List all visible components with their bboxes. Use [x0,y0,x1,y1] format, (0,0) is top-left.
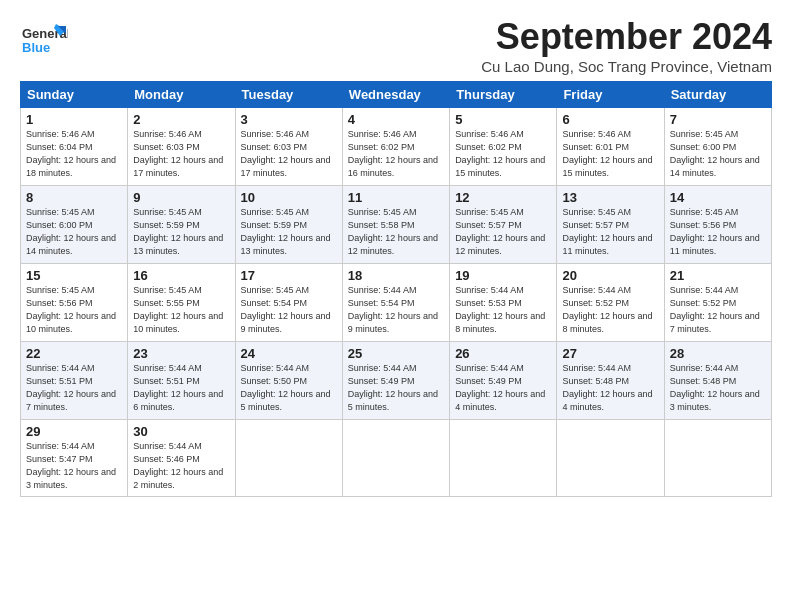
day-info: Sunrise: 5:44 AM Sunset: 5:49 PM Dayligh… [455,362,551,414]
day-info: Sunrise: 5:44 AM Sunset: 5:52 PM Dayligh… [670,284,766,336]
table-row: 12Sunrise: 5:45 AM Sunset: 5:57 PM Dayli… [450,186,557,264]
day-number: 9 [133,190,229,205]
day-number: 16 [133,268,229,283]
day-info: Sunrise: 5:46 AM Sunset: 6:04 PM Dayligh… [26,128,122,180]
day-number: 20 [562,268,658,283]
day-number: 22 [26,346,122,361]
table-row: 14Sunrise: 5:45 AM Sunset: 5:56 PM Dayli… [664,186,771,264]
table-row [664,420,771,497]
day-number: 30 [133,424,229,439]
day-info: Sunrise: 5:44 AM Sunset: 5:52 PM Dayligh… [562,284,658,336]
day-info: Sunrise: 5:45 AM Sunset: 6:00 PM Dayligh… [26,206,122,258]
header-wednesday: Wednesday [342,82,449,108]
day-number: 23 [133,346,229,361]
day-info: Sunrise: 5:45 AM Sunset: 5:59 PM Dayligh… [133,206,229,258]
day-number: 3 [241,112,337,127]
calendar-table: Sunday Monday Tuesday Wednesday Thursday… [20,81,772,497]
table-row: 18Sunrise: 5:44 AM Sunset: 5:54 PM Dayli… [342,264,449,342]
table-row: 9Sunrise: 5:45 AM Sunset: 5:59 PM Daylig… [128,186,235,264]
table-row: 11Sunrise: 5:45 AM Sunset: 5:58 PM Dayli… [342,186,449,264]
table-row [450,420,557,497]
table-row: 7Sunrise: 5:45 AM Sunset: 6:00 PM Daylig… [664,108,771,186]
month-title: September 2024 [481,16,772,58]
day-info: Sunrise: 5:45 AM Sunset: 5:58 PM Dayligh… [348,206,444,258]
day-number: 24 [241,346,337,361]
table-row: 29Sunrise: 5:44 AM Sunset: 5:47 PM Dayli… [21,420,128,497]
logo-icon: General Blue [20,16,68,64]
day-number: 29 [26,424,122,439]
day-number: 1 [26,112,122,127]
table-row: 3Sunrise: 5:46 AM Sunset: 6:03 PM Daylig… [235,108,342,186]
table-row: 6Sunrise: 5:46 AM Sunset: 6:01 PM Daylig… [557,108,664,186]
day-info: Sunrise: 5:46 AM Sunset: 6:03 PM Dayligh… [133,128,229,180]
day-info: Sunrise: 5:45 AM Sunset: 5:54 PM Dayligh… [241,284,337,336]
day-info: Sunrise: 5:46 AM Sunset: 6:03 PM Dayligh… [241,128,337,180]
day-number: 4 [348,112,444,127]
day-info: Sunrise: 5:46 AM Sunset: 6:02 PM Dayligh… [455,128,551,180]
table-row: 28Sunrise: 5:44 AM Sunset: 5:48 PM Dayli… [664,342,771,420]
day-number: 17 [241,268,337,283]
day-number: 27 [562,346,658,361]
day-number: 28 [670,346,766,361]
header-saturday: Saturday [664,82,771,108]
header-thursday: Thursday [450,82,557,108]
day-info: Sunrise: 5:45 AM Sunset: 6:00 PM Dayligh… [670,128,766,180]
table-row: 17Sunrise: 5:45 AM Sunset: 5:54 PM Dayli… [235,264,342,342]
day-info: Sunrise: 5:44 AM Sunset: 5:48 PM Dayligh… [562,362,658,414]
day-number: 11 [348,190,444,205]
svg-text:Blue: Blue [22,40,50,55]
day-info: Sunrise: 5:44 AM Sunset: 5:50 PM Dayligh… [241,362,337,414]
day-info: Sunrise: 5:45 AM Sunset: 5:57 PM Dayligh… [562,206,658,258]
day-info: Sunrise: 5:45 AM Sunset: 5:56 PM Dayligh… [670,206,766,258]
day-info: Sunrise: 5:44 AM Sunset: 5:48 PM Dayligh… [670,362,766,414]
day-info: Sunrise: 5:44 AM Sunset: 5:53 PM Dayligh… [455,284,551,336]
day-number: 6 [562,112,658,127]
header: General Blue September 2024 Cu Lao Dung,… [20,16,772,75]
page: General Blue September 2024 Cu Lao Dung,… [0,0,792,612]
table-row: 19Sunrise: 5:44 AM Sunset: 5:53 PM Dayli… [450,264,557,342]
table-row: 30Sunrise: 5:44 AM Sunset: 5:46 PM Dayli… [128,420,235,497]
day-number: 21 [670,268,766,283]
day-number: 7 [670,112,766,127]
day-number: 12 [455,190,551,205]
location-title: Cu Lao Dung, Soc Trang Province, Vietnam [481,58,772,75]
day-number: 26 [455,346,551,361]
day-info: Sunrise: 5:44 AM Sunset: 5:51 PM Dayligh… [26,362,122,414]
day-number: 18 [348,268,444,283]
day-info: Sunrise: 5:44 AM Sunset: 5:49 PM Dayligh… [348,362,444,414]
header-tuesday: Tuesday [235,82,342,108]
day-info: Sunrise: 5:44 AM Sunset: 5:54 PM Dayligh… [348,284,444,336]
table-row: 16Sunrise: 5:45 AM Sunset: 5:55 PM Dayli… [128,264,235,342]
logo: General Blue [20,16,68,64]
day-info: Sunrise: 5:44 AM Sunset: 5:46 PM Dayligh… [133,440,229,492]
calendar-week-row: 29Sunrise: 5:44 AM Sunset: 5:47 PM Dayli… [21,420,772,497]
table-row: 15Sunrise: 5:45 AM Sunset: 5:56 PM Dayli… [21,264,128,342]
day-number: 15 [26,268,122,283]
day-info: Sunrise: 5:46 AM Sunset: 6:01 PM Dayligh… [562,128,658,180]
table-row [557,420,664,497]
day-number: 8 [26,190,122,205]
day-info: Sunrise: 5:46 AM Sunset: 6:02 PM Dayligh… [348,128,444,180]
day-number: 19 [455,268,551,283]
calendar-header-row: Sunday Monday Tuesday Wednesday Thursday… [21,82,772,108]
header-sunday: Sunday [21,82,128,108]
day-number: 13 [562,190,658,205]
day-info: Sunrise: 5:44 AM Sunset: 5:47 PM Dayligh… [26,440,122,492]
table-row: 24Sunrise: 5:44 AM Sunset: 5:50 PM Dayli… [235,342,342,420]
day-info: Sunrise: 5:45 AM Sunset: 5:56 PM Dayligh… [26,284,122,336]
calendar-week-row: 8Sunrise: 5:45 AM Sunset: 6:00 PM Daylig… [21,186,772,264]
table-row: 27Sunrise: 5:44 AM Sunset: 5:48 PM Dayli… [557,342,664,420]
table-row: 21Sunrise: 5:44 AM Sunset: 5:52 PM Dayli… [664,264,771,342]
day-number: 2 [133,112,229,127]
table-row: 10Sunrise: 5:45 AM Sunset: 5:59 PM Dayli… [235,186,342,264]
day-number: 25 [348,346,444,361]
table-row: 13Sunrise: 5:45 AM Sunset: 5:57 PM Dayli… [557,186,664,264]
day-info: Sunrise: 5:45 AM Sunset: 5:59 PM Dayligh… [241,206,337,258]
day-number: 5 [455,112,551,127]
header-friday: Friday [557,82,664,108]
table-row: 25Sunrise: 5:44 AM Sunset: 5:49 PM Dayli… [342,342,449,420]
table-row: 26Sunrise: 5:44 AM Sunset: 5:49 PM Dayli… [450,342,557,420]
title-block: September 2024 Cu Lao Dung, Soc Trang Pr… [481,16,772,75]
table-row: 5Sunrise: 5:46 AM Sunset: 6:02 PM Daylig… [450,108,557,186]
table-row [235,420,342,497]
